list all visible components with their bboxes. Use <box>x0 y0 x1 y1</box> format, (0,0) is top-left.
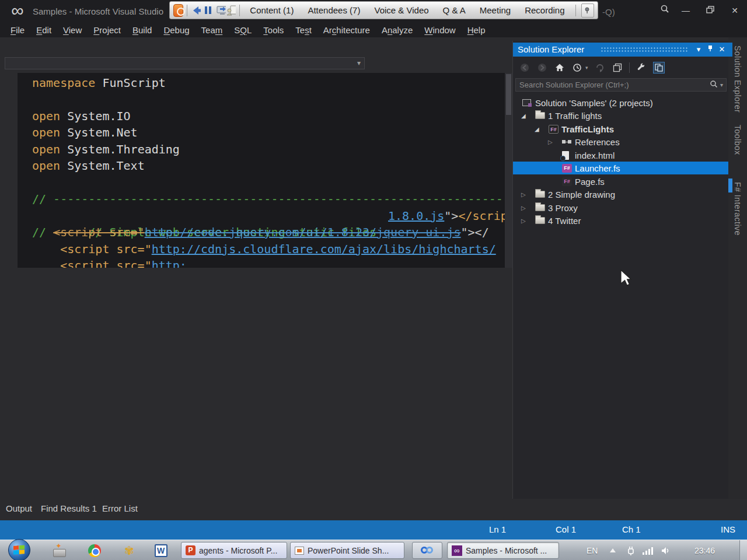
close-button[interactable]: ✕ <box>726 4 743 18</box>
share-screen-icon[interactable] <box>215 5 226 16</box>
html-file-icon <box>562 151 575 160</box>
tree-item-solution[interactable]: Solution 'Samples' (2 projects) <box>513 96 729 109</box>
language-indicator[interactable]: EN <box>587 540 598 560</box>
tab-voice-video[interactable]: Voice & Video <box>367 5 435 15</box>
fsharp-file-icon: F# <box>562 164 575 173</box>
menu-analyze[interactable]: Analyze <box>376 25 418 35</box>
mouse-cursor <box>620 270 634 287</box>
tree-item-trafficlights-project[interactable]: ◢ F# TrafficLights <box>513 123 729 135</box>
clock[interactable]: 23:46 <box>694 540 715 560</box>
show-hidden-icons-arrow[interactable] <box>609 540 616 560</box>
ghost-frame-overlay: 1.8.0.js"></script> <box>388 208 512 224</box>
menu-view[interactable]: View <box>57 25 88 35</box>
menu-tools[interactable]: Tools <box>257 25 289 35</box>
tab-find-results[interactable]: Find Results 1 <box>41 503 97 513</box>
restore-button[interactable] <box>701 4 719 18</box>
tab-content[interactable]: Content (1) <box>243 5 301 15</box>
pause-icon[interactable] <box>205 6 211 14</box>
tree-item-label: Solution 'Samples' (2 projects) <box>535 98 653 108</box>
code-line-ghost: // <script src="http://code.jquery.com/u… <box>32 224 512 240</box>
side-tab-fsharp-interactive[interactable]: F# Interactive <box>733 182 742 236</box>
expander-collapsed-icon[interactable]: ▷ <box>520 191 535 198</box>
menu-debug[interactable]: Debug <box>158 25 195 35</box>
expander-expanded-icon[interactable]: ◢ <box>533 126 549 132</box>
solution-explorer-toolbar: ▾ <box>513 58 729 77</box>
filter-dropdown-icon[interactable]: ▾ <box>585 65 588 71</box>
tree-item-references[interactable]: ▷ References <box>513 135 729 148</box>
menu-window[interactable]: Window <box>418 25 461 35</box>
collapse-all-icon[interactable] <box>612 62 623 74</box>
properties-wrench-icon[interactable] <box>636 62 647 74</box>
search-options-icon[interactable]: ▾ <box>720 82 723 88</box>
menu-edit[interactable]: Edit <box>30 25 57 35</box>
tab-qa[interactable]: Q & A <box>436 5 473 15</box>
tree-item-page-fs[interactable]: F# Page.fs <box>513 175 729 188</box>
tab-error-list[interactable]: Error List <box>102 503 138 513</box>
lync-app-icon[interactable] <box>173 4 183 17</box>
sync-with-active-document-icon[interactable] <box>653 62 665 74</box>
attendee-doc-icon[interactable] <box>226 5 236 16</box>
menu-file[interactable]: File <box>5 25 30 35</box>
tray-app-icon[interactable] <box>51 542 67 558</box>
side-tab-strip: Solution Explorer Toolbox F# Interactive <box>728 37 747 499</box>
drag-grip[interactable] <box>601 47 688 52</box>
minimize-button[interactable]: — <box>677 4 694 18</box>
editor-scrollbar[interactable] <box>505 73 512 268</box>
window-title: Samples - Microsoft Visual Studio <box>33 6 163 16</box>
window-position-menu-icon[interactable]: ▾ <box>693 44 704 55</box>
search-icon[interactable] <box>710 80 718 90</box>
tree-item-simple-drawing[interactable]: ▷ 2 Simple drawing <box>513 188 729 201</box>
scrollbar-thumb[interactable] <box>506 74 511 115</box>
code-editor[interactable]: namespace FunScript open System.IO open … <box>18 73 512 268</box>
menu-test[interactable]: Test <box>289 25 317 35</box>
search-box[interactable]: ▾ <box>515 78 727 92</box>
side-tab-toolbox[interactable]: Toolbox <box>733 125 742 155</box>
back-arrow-icon[interactable] <box>191 5 201 16</box>
expander-collapsed-icon[interactable]: ▷ <box>520 205 535 211</box>
menu-architecture[interactable]: Architecture <box>317 25 376 35</box>
pending-changes-filter-icon[interactable] <box>571 62 583 74</box>
tree-item-twitter[interactable]: ▷ 4 Twitter <box>513 214 729 227</box>
menu-build[interactable]: Build <box>127 25 158 35</box>
power-plug-icon[interactable] <box>626 540 636 560</box>
taskbar-button-visual-studio[interactable]: ∞ Samples - Microsoft ... <box>447 542 559 559</box>
forward-nav-icon[interactable] <box>536 62 548 74</box>
tree-item-index-html[interactable]: index.html <box>513 149 729 162</box>
editor-navigation-dropdown[interactable]: ▾ <box>5 57 365 69</box>
start-button[interactable] <box>8 539 30 560</box>
side-tab-solution-explorer[interactable]: Solution Explorer <box>733 46 742 113</box>
expander-expanded-icon[interactable]: ◢ <box>520 113 535 119</box>
network-signal-icon[interactable] <box>642 540 654 560</box>
word-icon[interactable]: W <box>153 542 169 558</box>
tab-attendees[interactable]: Attendees (7) <box>301 5 367 15</box>
menu-project[interactable]: Project <box>88 25 127 35</box>
tree-item-launcher-fs[interactable]: F# Launcher.fs <box>513 162 729 174</box>
chrome-icon[interactable] <box>86 542 102 558</box>
solution-explorer-header[interactable]: Solution Explorer ▾ ✕ <box>513 43 729 57</box>
expander-collapsed-icon[interactable]: ▷ <box>520 218 535 224</box>
close-panel-icon[interactable]: ✕ <box>716 44 728 55</box>
refresh-icon[interactable] <box>594 62 606 74</box>
speaker-icon[interactable] <box>661 540 671 560</box>
quick-launch-search-icon[interactable] <box>656 4 673 18</box>
show-desktop-button[interactable] <box>739 540 747 560</box>
tab-meeting[interactable]: Meeting <box>473 5 518 15</box>
tab-indicator <box>728 178 732 192</box>
auto-hide-pin-icon[interactable] <box>704 44 716 55</box>
taskbar-button-slideshow[interactable]: PowerPoint Slide Sh... <box>290 542 404 559</box>
pin-button[interactable] <box>581 4 594 18</box>
tree-app-icon[interactable]: ✾ <box>121 542 137 558</box>
menu-sql[interactable]: SQL <box>228 25 257 35</box>
taskbar-button-lync[interactable] <box>412 542 442 559</box>
expander-collapsed-icon[interactable]: ▷ <box>547 139 562 145</box>
tree-item-proxy[interactable]: ▷ 3 Proxy <box>513 201 729 214</box>
tab-output[interactable]: Output <box>6 503 32 513</box>
taskbar-button-powerpoint[interactable]: P agents - Microsoft P... <box>181 542 287 559</box>
search-input[interactable] <box>516 80 710 89</box>
menu-help[interactable]: Help <box>462 25 491 35</box>
tab-recording[interactable]: Recording <box>518 5 571 15</box>
back-nav-icon[interactable] <box>519 62 530 74</box>
tree-item-traffic-lights[interactable]: ◢ 1 Traffic lights <box>513 109 729 122</box>
home-icon[interactable] <box>554 62 566 74</box>
menu-team[interactable]: Team <box>196 25 229 35</box>
